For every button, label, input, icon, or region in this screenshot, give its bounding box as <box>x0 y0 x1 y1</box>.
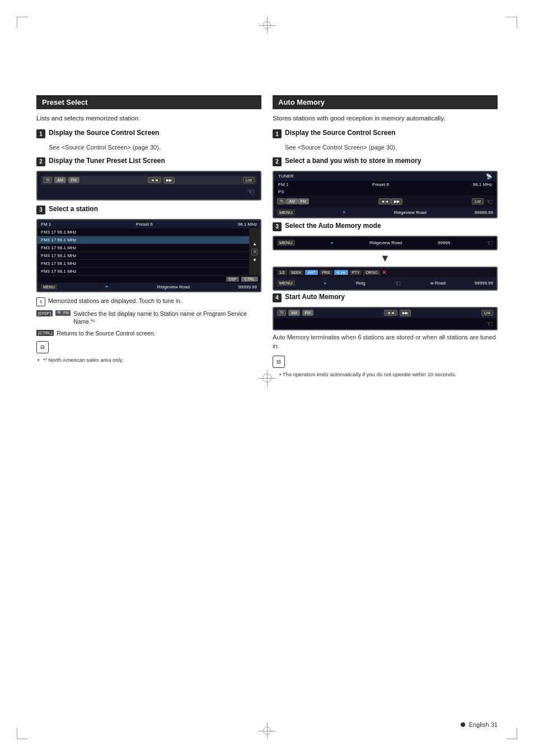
scroll-icon: ⊞ <box>253 249 257 254</box>
preset-item-1-text: FM3 17 98.1 MHz <box>41 230 77 235</box>
tuner-touch-icon: ☜ <box>486 197 493 206</box>
start-prev-btn[interactable]: ◄◄ <box>384 310 397 316</box>
start-next-btn[interactable]: ▶▶ <box>400 310 411 316</box>
prev-button[interactable]: ◄◄ <box>148 177 161 183</box>
touch-icon: ☜ <box>247 187 255 197</box>
seek-4line-btn[interactable]: 4Line <box>334 270 348 275</box>
notes-section: 1 Memorized stations are displayed. Touc… <box>36 297 261 363</box>
preset-item-4[interactable]: FM3 17 98.1 MHz <box>38 252 249 260</box>
preset-item-5-text: FM3 17 98.1 MHz <box>41 261 77 266</box>
seek-road2: w Road <box>430 281 446 286</box>
note-disp-label: [DISP] <box>36 310 53 316</box>
left-step-3: 3 Select a station <box>36 205 261 214</box>
seek-pre-btn[interactable]: PRE <box>320 270 332 275</box>
preset-item-2[interactable]: FM3 17 98.1 MHz <box>38 236 249 244</box>
preset-item-4-text: FM3 17 98.1 MHz <box>41 253 77 258</box>
step2-screen-wrapper: TI AM FM ◄◄ ▶▶ List ☜ <box>36 171 261 200</box>
left-step-3-title: Select a station <box>49 205 98 213</box>
controls-row: TI AM FM ◄◄ ▶▶ List <box>41 176 257 185</box>
tuner-band: FM 1 <box>278 182 288 187</box>
fm-button[interactable]: FM <box>68 177 79 183</box>
left-step-2-num: 2 <box>36 157 45 166</box>
preset-select-header: Preset Select <box>36 95 261 109</box>
tuner-am-btn[interactable]: AM <box>286 198 298 204</box>
tuner-frequency-display: 98.1 MHz <box>473 182 492 187</box>
start-fm-btn[interactable]: FM <box>302 310 313 316</box>
auto-memory-intro: Stores stations with good reception in m… <box>273 114 498 123</box>
auto-mem-select-screen: MENU ➤ Ridgeview Road 99999 ☜ <box>273 236 498 250</box>
disp-button[interactable]: DSP <box>226 277 238 282</box>
seek-arrow: ➤ <box>324 281 327 286</box>
footnote-left: • *¹ North American sales area only. <box>36 357 261 363</box>
start-ti-btn[interactable]: TI <box>277 310 286 316</box>
list-button[interactable]: List <box>243 177 255 183</box>
disp-ctrl-row: DSP CTRL <box>40 277 258 282</box>
scroll-up-icon[interactable]: ▲ <box>252 241 257 246</box>
right-step-2-num: 2 <box>273 157 282 166</box>
preset-items: FM3 17 98.1 MHz FM3 17 98.1 MHz FM3 17 9… <box>38 228 249 276</box>
tuner-band-select-screen: TUNER 📡 FM 1 Preset 6 98.1 MHz PS ··· TI <box>273 171 498 218</box>
right-step-1-title: Display the Source Control Screen <box>285 129 395 137</box>
auto-mem-arrow: ➤ <box>330 241 334 245</box>
start-controls-row: TI AM FM ◄◄ ▶▶ List <box>274 308 496 318</box>
arrow-down-1: ▼ <box>273 253 498 264</box>
tuner-band-controls: TI AM FM ◄◄ ▶▶ List ☜ <box>274 195 496 208</box>
preset-item-5[interactable]: FM3 17 98.1 MHz <box>38 260 249 268</box>
crosshair-top <box>259 17 275 34</box>
preset-item-2-text: FM3 17 98.1 MHz <box>41 237 77 242</box>
right-step-2-title: Select a band you wish to store in memor… <box>285 157 421 165</box>
preset-list-screen: FM 1 Preset 6 98.1 MHz FM3 17 98.1 MHz F… <box>36 219 261 292</box>
note-ctrl-label: [CTRL] <box>36 330 54 336</box>
seek-amt-btn[interactable]: AMT <box>305 270 318 275</box>
seek-seek-btn[interactable]: SEEK <box>289 270 304 275</box>
tuner-next-btn[interactable]: ▶▶ <box>391 198 402 205</box>
seek-mode-btn[interactable]: 1/2 <box>277 270 287 275</box>
seek-road: Ridg <box>356 281 365 286</box>
page-number-area: English 31 <box>461 721 498 728</box>
auto-mem-menu[interactable]: MENU <box>277 240 295 246</box>
preset-select-intro: Lists and selects memorized station. <box>36 114 261 123</box>
preset-select-title: Preset Select <box>42 98 88 106</box>
tuner-prev-btn[interactable]: ◄◄ <box>378 198 392 204</box>
start-am-btn[interactable]: AM <box>288 310 300 316</box>
footnote-right-text: • The operation ends automatically if yo… <box>279 371 456 377</box>
preset-item-1[interactable]: FM3 17 98.1 MHz <box>38 228 249 236</box>
tuner-fm-btn[interactable]: FM <box>298 198 309 204</box>
ti-button[interactable]: TI <box>43 177 52 183</box>
seek-orgo-btn[interactable]: ORGO <box>363 270 380 275</box>
right-step-4-num: 4 <box>273 293 282 302</box>
auto-mem-touch: ☜ <box>486 239 493 248</box>
tuner-menu-btn[interactable]: MENU <box>277 209 295 216</box>
auto-memory-title: Auto Memory <box>278 98 325 106</box>
preset-item-3[interactable]: FM3 17 98.1 MHz <box>38 244 249 252</box>
next-button[interactable]: ▶▶ <box>163 177 175 184</box>
tuner-freq-val: 99999.99 <box>475 210 493 215</box>
seek-menu-btn[interactable]: MENU <box>277 280 295 286</box>
auto-mem-row: MENU ➤ Ridgeview Road 99999 ☜ <box>277 239 493 248</box>
preset-preset: Preset 6 <box>136 222 153 227</box>
touch-hint: ☜ <box>41 186 257 197</box>
note-3-text: Returns to the Source Control screen. <box>57 329 155 338</box>
start-list-btn[interactable]: List <box>481 310 493 316</box>
preset-item-3-text: FM3 17 98.1 MHz <box>41 245 77 250</box>
tuner-list-btn[interactable]: List <box>472 198 484 204</box>
preset-item-6-text: FM3 17 98.1 MHz <box>41 269 77 274</box>
seek-mode-screen: 1/2 SEEK AMT PRE 4Line PTY ORGO ✕ MENU ➤ <box>273 267 498 291</box>
crosshair-bottom <box>259 722 275 739</box>
left-step-3-num: 3 <box>36 206 45 214</box>
tuner-arrow: ➤ <box>343 210 346 214</box>
page-container: Preset Select Lists and selects memorize… <box>0 0 534 756</box>
preset-item-6[interactable]: FM3 17 98.1 MHz <box>38 268 249 276</box>
tuner-ti-btn[interactable]: TI <box>277 198 286 204</box>
am-button[interactable]: AM <box>54 177 66 183</box>
scroll-down-icon[interactable]: ▼ <box>252 258 257 263</box>
ctrl-button[interactable]: CTRL <box>241 277 258 282</box>
seek-pty-btn[interactable]: PTY <box>350 270 362 275</box>
seek-close-btn[interactable]: ✕ <box>382 269 386 276</box>
preset-footer: MENU ➤ Ridgeview Road 99999.99 <box>38 283 260 291</box>
scroll-buttons: ▲ ⊞ ▼ <box>249 228 260 276</box>
tuner-title: TUNER <box>278 174 294 179</box>
auto-memory-header: Auto Memory <box>273 95 498 109</box>
right-column: Auto Memory Stores stations with good re… <box>273 95 498 377</box>
tuner-header: TUNER 📡 <box>274 172 496 181</box>
